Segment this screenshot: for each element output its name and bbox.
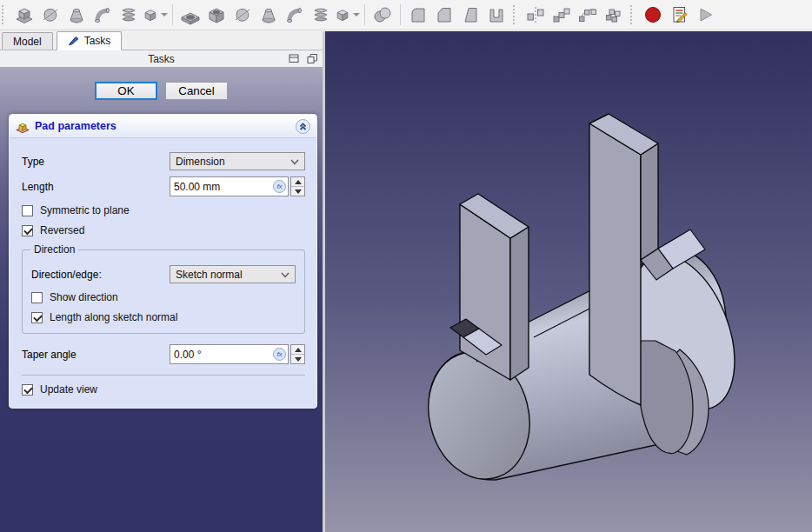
fillet-button[interactable] bbox=[405, 2, 431, 28]
mirrored-button[interactable] bbox=[522, 2, 549, 28]
multitransform-icon bbox=[603, 4, 624, 25]
length-spinner bbox=[290, 176, 305, 196]
thickness-button[interactable] bbox=[483, 2, 509, 28]
spin-up-button[interactable] bbox=[291, 177, 304, 187]
draft-button[interactable] bbox=[457, 2, 483, 28]
length-along-normal-label: Length along sketch normal bbox=[50, 311, 177, 323]
dock-collapse-button[interactable] bbox=[289, 53, 300, 64]
macro-execute-icon bbox=[695, 4, 715, 25]
additive-loft-button[interactable] bbox=[63, 2, 90, 28]
direction-groupbox: Direction Direction/edge: Sketch normal … bbox=[22, 249, 305, 334]
pad-parameters-box: Pad parameters Type Dimension Length bbox=[9, 114, 317, 409]
taper-angle-label: Taper angle bbox=[22, 349, 170, 361]
toolbar-group-subtractive bbox=[176, 0, 362, 30]
toolbar-drag-handle[interactable] bbox=[630, 5, 636, 24]
length-value: 50.00 mm bbox=[174, 181, 273, 193]
ok-button[interactable]: OK bbox=[95, 82, 157, 100]
polar-pattern-button[interactable] bbox=[575, 2, 601, 28]
length-label: Length bbox=[22, 181, 170, 193]
show-direction-checkbox[interactable] bbox=[31, 292, 43, 303]
chevron-down-icon bbox=[281, 270, 290, 279]
toolbar-separator bbox=[172, 4, 173, 25]
update-view-checkbox[interactable] bbox=[22, 384, 33, 396]
spin-down-button[interactable] bbox=[291, 187, 304, 196]
pad-parameters-header[interactable]: Pad parameters bbox=[10, 115, 316, 138]
dropdown-arrow-icon[interactable] bbox=[161, 13, 168, 17]
symmetric-to-plane-checkbox[interactable] bbox=[22, 205, 33, 216]
symmetric-to-plane-label: Symmetric to plane bbox=[40, 204, 130, 216]
macro-edit-icon bbox=[669, 4, 689, 25]
tasks-dock-title: Tasks bbox=[148, 53, 175, 65]
expression-editor-button[interactable]: fx bbox=[273, 180, 286, 193]
groove-button[interactable] bbox=[230, 2, 256, 28]
taper-angle-spinner bbox=[290, 344, 305, 364]
boolean-button[interactable] bbox=[369, 2, 396, 28]
chamfer-icon bbox=[434, 4, 455, 25]
pad-parameters-icon bbox=[16, 119, 30, 133]
subtractive-pipe-icon bbox=[284, 4, 305, 25]
tab-model[interactable]: Model bbox=[2, 32, 53, 50]
viewport-3d[interactable] bbox=[325, 31, 812, 532]
linear-pattern-icon bbox=[551, 4, 572, 25]
expression-editor-button[interactable]: fx bbox=[273, 348, 286, 361]
additive-pipe-button[interactable] bbox=[90, 2, 116, 28]
reversed-checkbox[interactable] bbox=[22, 225, 33, 236]
collapse-section-button[interactable] bbox=[296, 119, 310, 134]
toolbar-group-additive bbox=[10, 0, 170, 30]
additive-loft-icon bbox=[66, 4, 87, 25]
spin-down-button[interactable] bbox=[291, 355, 304, 363]
linear-pattern-button[interactable] bbox=[549, 2, 575, 28]
toolbar-drag-handle[interactable] bbox=[2, 5, 7, 24]
hole-icon bbox=[206, 4, 227, 25]
subtractive-primitive-button[interactable] bbox=[334, 2, 360, 28]
toolbar-separator bbox=[400, 4, 401, 25]
mirrored-icon bbox=[525, 4, 546, 25]
tab-tasks[interactable]: Tasks bbox=[57, 31, 123, 50]
tasks-dock-titlebar: Tasks bbox=[0, 50, 323, 67]
chamfer-button[interactable] bbox=[431, 2, 457, 28]
toolbar-group-transform bbox=[521, 0, 629, 30]
macro-execute-button[interactable] bbox=[692, 2, 718, 28]
multitransform-button[interactable] bbox=[601, 2, 627, 28]
taper-angle-input[interactable]: 0.00 ° fx bbox=[170, 344, 289, 364]
subtractive-loft-icon bbox=[258, 4, 279, 25]
dropdown-arrow-icon[interactable] bbox=[353, 13, 360, 17]
direction-group-title: Direction bbox=[30, 243, 78, 256]
update-view-label: Update view bbox=[40, 383, 97, 396]
pad-parameters-title: Pad parameters bbox=[35, 120, 116, 132]
pad-button[interactable] bbox=[11, 2, 37, 28]
macro-record-icon bbox=[642, 4, 663, 25]
type-select[interactable]: Dimension bbox=[170, 152, 305, 170]
tab-model-label: Model bbox=[13, 36, 42, 48]
cancel-button[interactable]: Cancel bbox=[165, 82, 228, 100]
pencil-icon bbox=[68, 35, 80, 47]
additive-helix-button[interactable] bbox=[116, 2, 142, 28]
part-model-render bbox=[325, 31, 812, 532]
subtractive-helix-icon bbox=[310, 4, 331, 25]
additive-primitive-icon bbox=[142, 4, 159, 25]
direction-edge-select[interactable]: Sketch normal bbox=[170, 265, 296, 283]
hole-button[interactable] bbox=[203, 2, 230, 28]
length-input[interactable]: 50.00 mm fx bbox=[170, 176, 289, 196]
toolbar-separator bbox=[364, 4, 365, 25]
macro-edit-button[interactable] bbox=[666, 2, 692, 28]
pocket-button[interactable] bbox=[177, 2, 203, 28]
tasks-panel-content: OK Cancel Pad parameters Type Dimension bbox=[0, 67, 323, 532]
subtractive-loft-button[interactable] bbox=[256, 2, 282, 28]
type-label: Type bbox=[22, 156, 170, 168]
toolbar-group-dressup bbox=[403, 0, 511, 30]
subtractive-helix-button[interactable] bbox=[308, 2, 334, 28]
left-dock-panel: Model Tasks Tasks OK Cancel Pad paramete… bbox=[0, 31, 323, 532]
dock-float-button[interactable] bbox=[307, 53, 318, 64]
macro-record-button[interactable] bbox=[640, 2, 666, 28]
additive-primitive-button[interactable] bbox=[142, 2, 168, 28]
revolution-button[interactable] bbox=[37, 2, 63, 28]
revolution-icon bbox=[40, 4, 61, 25]
toolbar-drag-handle[interactable] bbox=[513, 5, 518, 24]
thickness-icon bbox=[486, 4, 507, 25]
length-along-normal-checkbox[interactable] bbox=[31, 312, 43, 323]
subtractive-pipe-button[interactable] bbox=[282, 2, 308, 28]
direction-edge-label: Direction/edge: bbox=[31, 269, 170, 281]
spin-up-button[interactable] bbox=[291, 345, 304, 355]
groove-icon bbox=[232, 4, 253, 25]
